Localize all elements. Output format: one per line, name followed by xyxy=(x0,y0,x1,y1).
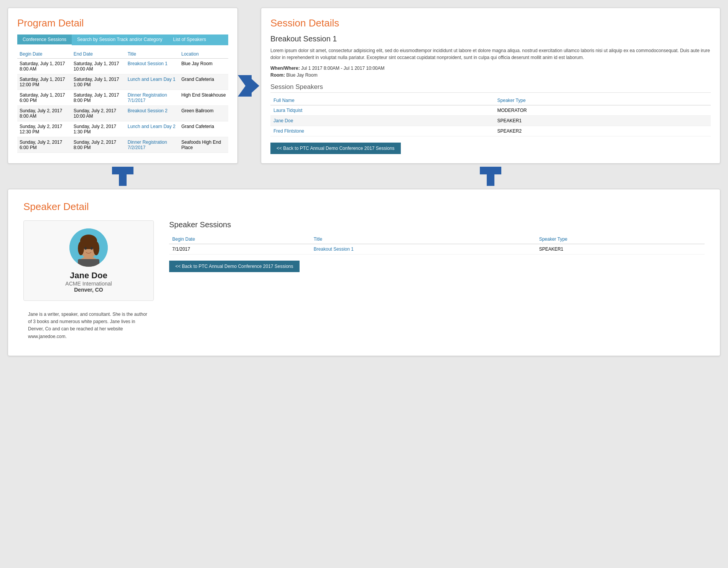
speaker-back-button[interactable]: << Back to PTC Annual Demo Conference 20… xyxy=(169,261,300,272)
tab-search-sessions[interactable]: Search by Session Track and/or Category xyxy=(72,34,168,45)
session-row: Saturday, July 1, 2017 6:00 PMSaturday, … xyxy=(17,90,228,106)
tab-list-speakers[interactable]: List of Speakers xyxy=(168,34,211,45)
session-begin-date: Saturday, July 1, 2017 8:00 AM xyxy=(17,59,71,74)
speaker-sessions-table: Begin Date Title Speaker Type 7/1/2017Br… xyxy=(169,235,705,254)
svg-marker-2 xyxy=(480,167,501,186)
session-title-cell: Lunch and Learn Day 2 xyxy=(125,121,179,137)
end-date-sort-link[interactable]: End Date xyxy=(74,51,93,57)
program-detail-title: Program Detail xyxy=(17,17,228,29)
session-location: Green Ballroom xyxy=(179,106,228,121)
session-title-link[interactable]: Dinner Registration 7/2/2017 xyxy=(128,140,167,150)
speaker-type-sort-link[interactable]: Speaker Type xyxy=(497,98,526,103)
session-when-where: When/Where: Jul 1 2017 8:00AM - Jul 1 20… xyxy=(270,66,711,71)
speaker-detail-panel: Speaker Detail xyxy=(8,189,720,356)
speakers-col-name: Full Name xyxy=(270,96,494,105)
speaker-org: ACME International xyxy=(65,281,112,287)
session-location: Seafoods High End Place xyxy=(179,137,228,153)
speaker-name-cell: Laura Tidquist xyxy=(270,105,494,116)
session-end-date: Saturday, July 1, 2017 10:00 AM xyxy=(71,59,125,74)
speaker-name-link[interactable]: Fred Flintstone xyxy=(273,128,304,134)
session-begin-date: Sunday, July 2, 2017 12:30 PM xyxy=(17,121,71,137)
speakers-table: Full Name Speaker Type Laura TidquistMOD… xyxy=(270,96,711,136)
session-location: Grand Cafeteria xyxy=(179,121,228,137)
speaker-type-cell: MODERATOR xyxy=(494,105,711,116)
session-title-link[interactable]: Lunch and Learn Day 2 xyxy=(128,124,176,129)
speakers-col-type: Speaker Type xyxy=(494,96,711,105)
session-location: High End Steakhouse xyxy=(179,90,228,106)
col-header-location: Location xyxy=(179,50,228,59)
ss-date-cell: 7/1/2017 xyxy=(169,244,311,254)
ss-title-link[interactable]: Title xyxy=(314,236,322,242)
session-end-date: Sunday, July 2, 2017 1:30 PM xyxy=(71,121,125,137)
tab-conference-sessions[interactable]: Conference Sessions xyxy=(17,34,72,45)
svg-point-12 xyxy=(84,247,87,250)
speaker-detail-content: Jane Doe ACME International Denver, CO J… xyxy=(23,220,705,344)
svg-point-10 xyxy=(78,241,84,255)
col-header-title: Title xyxy=(125,50,179,59)
location-sort-link[interactable]: Location xyxy=(181,51,199,57)
svg-point-13 xyxy=(91,247,93,250)
session-row: Saturday, July 1, 2017 8:00 AMSaturday, … xyxy=(17,59,228,74)
page-layout: Program Detail Conference Sessions Searc… xyxy=(8,8,720,356)
session-title-cell: Dinner Registration 7/1/2017 xyxy=(125,90,179,106)
session-details-panel: Session Details Breakout Session 1 Lorem… xyxy=(261,8,720,164)
speaker-name-link[interactable]: Jane Doe xyxy=(273,118,293,123)
conference-tabs: Conference Sessions Search by Session Tr… xyxy=(17,34,228,45)
arrow-down-left-container xyxy=(8,164,238,189)
ss-begin-date-link[interactable]: Begin Date xyxy=(172,236,195,242)
svg-point-11 xyxy=(93,241,99,255)
session-title-link[interactable]: Lunch and Learn Day 1 xyxy=(128,77,176,82)
ss-type-cell: SPEAKER1 xyxy=(536,244,705,254)
session-end-date: Sunday, July 2, 2017 8:00 PM xyxy=(71,137,125,153)
session-back-button[interactable]: << Back to PTC Annual Demo Conference 20… xyxy=(270,143,401,154)
svg-rect-5 xyxy=(78,259,99,267)
session-title-link[interactable]: Breakout Session 2 xyxy=(128,108,168,113)
session-title-link[interactable]: Dinner Registration 7/1/2017 xyxy=(128,92,167,103)
speaker-name: Jane Doe xyxy=(70,271,107,281)
svg-marker-1 xyxy=(112,167,133,186)
avatar-image xyxy=(69,228,108,267)
speaker-name-cell: Jane Doe xyxy=(270,116,494,126)
speaker-bio: Jane is a writer, speaker, and consultan… xyxy=(23,307,154,344)
ss-session-title-link[interactable]: Breakout Session 1 xyxy=(314,246,354,252)
speaker-row: Laura TidquistMODERATOR xyxy=(270,105,711,116)
full-name-sort-link[interactable]: Full Name xyxy=(273,98,295,103)
when-where-label: When/Where: xyxy=(270,66,300,71)
speaker-detail-title: Speaker Detail xyxy=(23,201,705,213)
sessions-table: Begin Date End Date Title Location Satur… xyxy=(17,50,228,153)
speaker-right-col: Speaker Sessions Begin Date Title Speake… xyxy=(169,220,705,344)
session-row: Sunday, July 2, 2017 6:00 PMSunday, July… xyxy=(17,137,228,153)
begin-date-sort-link[interactable]: Begin Date xyxy=(20,51,42,57)
session-begin-date: Sunday, July 2, 2017 6:00 PM xyxy=(17,137,71,153)
room-label: Room: xyxy=(270,72,285,78)
speaker-avatar xyxy=(69,228,108,267)
speaker-row: Jane DoeSPEAKER1 xyxy=(270,116,711,126)
session-row: Sunday, July 2, 2017 12:30 PMSunday, Jul… xyxy=(17,121,228,137)
program-detail-panel: Program Detail Conference Sessions Searc… xyxy=(8,8,238,164)
session-begin-date: Saturday, July 1, 2017 6:00 PM xyxy=(17,90,71,106)
session-room: Room: Blue Jay Room xyxy=(270,72,711,78)
session-title-link[interactable]: Breakout Session 1 xyxy=(128,61,168,66)
session-name: Breakout Session 1 xyxy=(270,34,711,43)
speaker-type-cell: SPEAKER2 xyxy=(494,126,711,136)
arrow-down-right-container xyxy=(261,164,720,189)
arrow-right-icon xyxy=(238,75,261,97)
session-details-title: Session Details xyxy=(270,17,711,29)
col-header-begin-date: Begin Date xyxy=(17,50,71,59)
speaker-location: Denver, CO xyxy=(74,287,103,293)
speaker-name-link[interactable]: Laura Tidquist xyxy=(273,108,302,113)
session-title-cell: Lunch and Learn Day 1 xyxy=(125,74,179,90)
svg-marker-0 xyxy=(238,75,259,97)
session-title-cell: Dinner Registration 7/2/2017 xyxy=(125,137,179,153)
session-row: Saturday, July 1, 2017 12:00 PMSaturday,… xyxy=(17,74,228,90)
arrow-right-container xyxy=(238,8,261,164)
session-end-date: Saturday, July 1, 2017 8:00 PM xyxy=(71,90,125,106)
ss-col-begin-date: Begin Date xyxy=(169,235,311,244)
speaker-card: Jane Doe ACME International Denver, CO xyxy=(23,220,154,301)
session-begin-date: Saturday, July 1, 2017 12:00 PM xyxy=(17,74,71,90)
title-sort-link[interactable]: Title xyxy=(128,51,136,57)
ss-col-title: Title xyxy=(311,235,536,244)
session-location: Grand Cafeteria xyxy=(179,74,228,90)
session-begin-date: Sunday, July 2, 2017 8:00 AM xyxy=(17,106,71,121)
ss-type-link[interactable]: Speaker Type xyxy=(539,236,567,242)
